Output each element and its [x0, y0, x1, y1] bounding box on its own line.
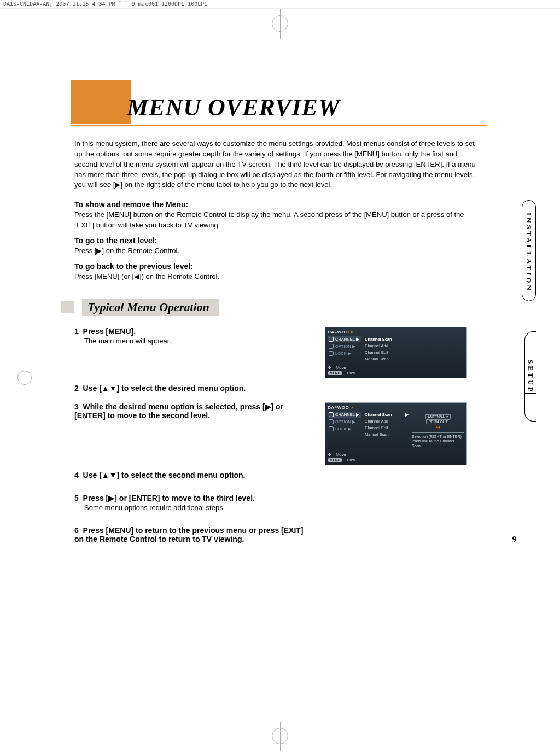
screen2-preview-antenna: ANTENNA In: [425, 414, 451, 419]
screen1-brand-accent: >:: [351, 330, 355, 335]
step1-lead: Press [MENU].: [83, 327, 136, 336]
step3-num: 3: [74, 402, 79, 411]
title-underline: [71, 125, 487, 126]
screen2-brand-accent: >:: [351, 405, 355, 410]
step6-num: 6: [74, 526, 79, 535]
screen2-prev-label: Prev.: [347, 458, 356, 463]
step6-lead: Press [MENU] to return to the previous m…: [74, 526, 304, 543]
step4-num: 4: [74, 471, 79, 479]
step1-sub: The main menu will appear.: [84, 337, 310, 345]
screen2-preview-box: ANTENNA In RF 3/4 OUT ↪: [412, 412, 464, 433]
screen2-prev-pill: MENU: [328, 458, 342, 462]
screen2-preview-rf: RF 3/4 OUT: [426, 419, 450, 424]
body-show-remove: Press the [MENU] button on the Remote Co…: [74, 210, 479, 231]
screen1-side-option: OPTION ▶: [328, 343, 361, 349]
screen1-move-icon: ✢: [328, 365, 331, 370]
step5-sub: Some menu options require additional ste…: [84, 504, 310, 512]
screen2-hint-text: Selection (RIGHT or ENTER) leads you to …: [412, 435, 464, 449]
step3-lead: While the desired menu option is selecte…: [74, 402, 283, 420]
illustration-screen-2: DA≡WOO >: CHANNEL ▶ OPTION ▶ LOCK ▶ Chan…: [325, 402, 467, 465]
screen1-mid-add: Channel Add: [365, 343, 464, 349]
screen2-side-lock: LOCK ▶: [328, 426, 361, 432]
screen2-side-option: OPTION ▶: [328, 419, 361, 425]
step5-num: 5: [74, 494, 79, 502]
intro-paragraph: In this menu system, there are several w…: [74, 139, 479, 190]
print-header-strip: DA1S-CN1DAA-AN¿ 2007.11.15 4:34 PM ˘ ` 9…: [0, 0, 560, 9]
step2-lead: Use [▲▼] to select the desired menu opti…: [83, 384, 246, 393]
section-accent-square: [61, 301, 74, 313]
step4-lead: Use [▲▼] to select the second menu optio…: [83, 471, 246, 479]
screen1-mid-scan: Channel Scan: [365, 336, 464, 342]
page-title-block: MENU OVERVIEW: [71, 80, 511, 126]
screen2-mid-manual: Manual Scan: [365, 431, 409, 437]
body-prev-level: Press [MENU] (or [◀]) on the Remote Cont…: [74, 272, 479, 282]
side-tab-installation: INSTALLATION: [522, 200, 536, 301]
subhead-prev-level: To go back to the previous level:: [74, 262, 511, 271]
screen2-preview-arrow-icon: ↪: [415, 424, 462, 430]
screen2-move-icon: ✢: [328, 452, 331, 457]
screen1-prev-label: Prev.: [347, 371, 356, 376]
screen2-mid-edit: Channel Edit: [365, 425, 409, 431]
screen1-brand: DA≡WOO: [328, 330, 349, 335]
body-next-level: Press [▶] on the Remote Control.: [74, 246, 479, 256]
subhead-next-level: To go to the next level:: [74, 236, 511, 245]
subhead-show-remove: To show and remove the Menu:: [74, 200, 511, 209]
side-tab-setup: SETUP: [524, 331, 536, 422]
page-title: MENU OVERVIEW: [127, 93, 340, 124]
screen2-brand: DA≡WOO: [328, 405, 349, 410]
section-title-typical: Typical Menu Operation: [82, 299, 219, 316]
screen1-mid-manual: Manual Scan: [365, 356, 464, 362]
screen2-side-channel: CHANNEL ▶: [328, 412, 361, 418]
screen1-mid-edit: Channel Edit: [365, 349, 464, 355]
screen1-side-lock: LOCK ▶: [328, 350, 361, 356]
screen2-mid-scan: Channel Scan▶: [365, 412, 409, 418]
screen1-side-channel: CHANNEL ▶: [328, 336, 361, 342]
page-number: 9: [512, 535, 516, 545]
screen2-move-label: Move: [336, 452, 346, 457]
title-accent-block: [71, 80, 131, 124]
step2-num: 2: [74, 384, 79, 393]
screen1-prev-pill: MENU: [328, 371, 342, 375]
step1-num: 1: [74, 327, 79, 336]
screen1-move-label: Move: [336, 365, 346, 370]
screen2-mid-add: Channel Add: [365, 418, 409, 424]
illustration-screen-1: DA≡WOO >: CHANNEL ▶ OPTION ▶ LOCK ▶ Chan…: [325, 327, 467, 378]
step5-lead: Press [▶] or [ENTER] to move to the thir…: [83, 494, 255, 502]
crop-mark-bottom: [272, 728, 288, 744]
